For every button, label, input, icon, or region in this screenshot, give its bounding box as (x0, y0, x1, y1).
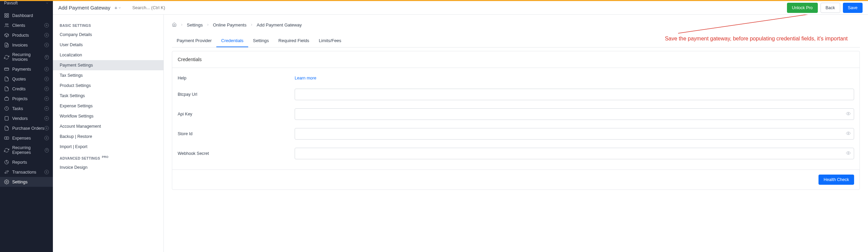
plus-circle-icon[interactable] (44, 170, 49, 174)
nav-item-settings[interactable]: Settings (0, 177, 53, 187)
nav-item-clients[interactable]: Clients (0, 20, 53, 30)
projects-icon (4, 96, 9, 101)
nav-label: Credits (12, 87, 26, 91)
settings-item-product-settings[interactable]: Product Settings (53, 80, 163, 91)
nav-item-recurring-invoices[interactable]: Recurring Invoices (0, 50, 53, 64)
eye-icon[interactable] (846, 131, 851, 137)
nav-label: Products (12, 33, 29, 38)
plus-circle-icon[interactable] (44, 23, 49, 28)
nav-item-reports[interactable]: Reports (0, 157, 53, 167)
nav-item-recurring-expenses[interactable]: Recurring Expenses (0, 143, 53, 157)
btcpay-url-input[interactable] (295, 89, 854, 100)
content-main: Save the payment gateway, before populat… (164, 15, 868, 252)
search-input[interactable] (132, 5, 220, 10)
svg-rect-17 (4, 137, 9, 140)
svg-rect-2 (5, 16, 6, 17)
settings-item-user-details[interactable]: User Details (53, 40, 163, 50)
tasks-icon (4, 106, 9, 111)
nav-label: Transactions (12, 170, 36, 175)
nav-item-products[interactable]: Products (0, 30, 53, 40)
plus-circle-icon[interactable] (44, 87, 49, 91)
plus-circle-icon[interactable] (44, 136, 49, 140)
form-label: Api Key (178, 112, 295, 116)
settings-item-import-export[interactable]: Import | Export (53, 142, 163, 152)
nav-item-tasks[interactable]: Tasks (0, 104, 53, 113)
tab-settings[interactable]: Settings (248, 35, 274, 47)
svg-point-18 (6, 138, 7, 139)
plus-circle-icon[interactable] (44, 106, 49, 111)
save-button[interactable]: Save (843, 3, 863, 13)
settings-item-account-management[interactable]: Account Management (53, 121, 163, 131)
plus-circle-icon[interactable] (44, 126, 49, 130)
tab-required-fields[interactable]: Required Fields (274, 35, 314, 47)
settings-sidebar: BASIC SETTINGS Company DetailsUser Detai… (53, 15, 164, 252)
quotes-icon (4, 76, 9, 82)
nav-item-payments[interactable]: Payments (0, 64, 53, 74)
plus-circle-icon[interactable] (44, 67, 49, 71)
vendors-icon (4, 116, 9, 121)
plus-circle-icon[interactable] (44, 77, 49, 81)
store-id-input[interactable] (295, 128, 854, 140)
settings-item-task-settings[interactable]: Task Settings (53, 91, 163, 101)
tab-credentials[interactable]: Credentials (216, 35, 248, 47)
eye-icon[interactable] (846, 111, 851, 117)
svg-point-5 (7, 24, 8, 25)
chevron-right-icon (250, 22, 253, 28)
plus-icon: + (114, 5, 117, 11)
tab-payment-provider[interactable]: Payment Provider (172, 35, 216, 47)
nav-item-dashboard[interactable]: Dashboard (0, 11, 53, 20)
settings-item-invoice-design[interactable]: Invoice Design (53, 162, 163, 173)
settings-item-backup-restore[interactable]: Backup | Restore (53, 131, 163, 142)
workspace-selector[interactable]: Pavsoft (0, 0, 53, 6)
nav-item-invoices[interactable]: Invoices (0, 40, 53, 50)
svg-rect-0 (5, 14, 6, 15)
back-button[interactable]: Back (821, 3, 840, 13)
breadcrumb-item[interactable]: Online Payments (213, 22, 246, 28)
header: Add Payment Gateway + Unlock Pro Back Sa… (53, 1, 868, 15)
form-row-store-id: Store Id (178, 124, 854, 144)
unlock-pro-button[interactable]: Unlock Pro (787, 3, 818, 13)
form-label: Btcpay Url (178, 92, 295, 97)
settings-item-workflow-settings[interactable]: Workflow Settings (53, 111, 163, 121)
settings-item-company-details[interactable]: Company Details (53, 30, 163, 40)
svg-point-22 (6, 181, 7, 183)
transactions-icon (4, 169, 9, 175)
nav-item-projects[interactable]: Projects (0, 94, 53, 104)
plus-circle-icon[interactable] (44, 43, 49, 47)
home-icon[interactable] (172, 22, 177, 28)
form-row-webhook-secret: Webhook Secret (178, 144, 854, 163)
breadcrumb-item[interactable]: Settings (187, 22, 203, 28)
tab-limits-fees[interactable]: Limits/Fees (314, 35, 346, 47)
nav-item-transactions[interactable]: Transactions (0, 167, 53, 177)
plus-circle-icon[interactable] (44, 116, 49, 121)
eye-icon[interactable] (846, 151, 851, 157)
settings-item-tax-settings[interactable]: Tax Settings (53, 70, 163, 80)
webhook-secret-input[interactable] (295, 148, 854, 159)
api-key-input[interactable] (295, 108, 854, 120)
plus-circle-icon[interactable] (45, 55, 49, 59)
header-buttons: Unlock Pro Back Save (787, 3, 863, 13)
add-button[interactable]: + (114, 5, 121, 11)
nav-item-expenses[interactable]: Expenses (0, 133, 53, 143)
nav-item-vendors[interactable]: Vendors (0, 113, 53, 123)
chevron-down-icon (118, 6, 121, 10)
settings-item-expense-settings[interactable]: Expense Settings (53, 101, 163, 111)
plus-circle-icon[interactable] (44, 96, 49, 101)
settings-item-localization[interactable]: Localization (53, 50, 163, 60)
clients-icon (4, 23, 9, 28)
nav-item-purchase-orders[interactable]: Purchase Orders (0, 123, 53, 133)
svg-rect-10 (5, 97, 8, 100)
plus-circle-icon[interactable] (44, 33, 49, 37)
nav-label: Projects (12, 96, 27, 101)
svg-rect-1 (7, 14, 8, 15)
settings-item-payment-settings[interactable]: Payment Settings (53, 60, 163, 70)
nav-item-credits[interactable]: Credits (0, 84, 53, 94)
nav-item-quotes[interactable]: Quotes (0, 74, 53, 84)
svg-point-4 (5, 24, 7, 25)
help-row: Help Learn more (178, 71, 854, 85)
plus-circle-icon[interactable] (45, 148, 49, 152)
svg-point-25 (848, 113, 849, 114)
learn-more-link[interactable]: Learn more (295, 76, 316, 80)
health-check-button[interactable]: Health Check (818, 175, 854, 185)
panel-footer: Health Check (172, 169, 860, 190)
